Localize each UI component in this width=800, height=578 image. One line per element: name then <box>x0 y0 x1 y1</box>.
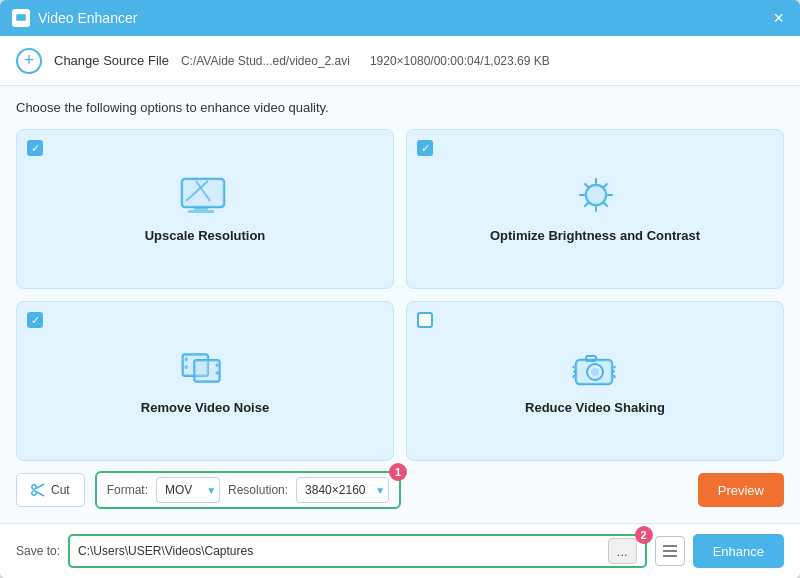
close-button[interactable]: × <box>769 7 788 29</box>
shaking-label: Reduce Video Shaking <box>525 400 665 415</box>
resolution-label: Resolution: <box>228 483 288 497</box>
cut-button[interactable]: Cut <box>16 473 85 507</box>
svg-point-9 <box>586 185 606 205</box>
cut-label: Cut <box>51 483 70 497</box>
svg-rect-3 <box>182 179 224 207</box>
svg-point-29 <box>591 368 599 376</box>
svg-rect-30 <box>586 356 596 361</box>
upscale-label: Upscale Resolution <box>145 228 266 243</box>
checkbox-brightness[interactable] <box>417 140 433 156</box>
checkbox-upscale[interactable] <box>27 140 43 156</box>
noise-label: Remove Video Noise <box>141 400 269 415</box>
instruction-text: Choose the following options to enhance … <box>16 100 784 115</box>
app-icon <box>12 9 30 27</box>
noise-icon <box>177 346 233 392</box>
svg-rect-21 <box>194 360 219 381</box>
window-title: Video Enhancer <box>38 10 137 26</box>
option-card-upscale: Upscale Resolution <box>16 129 394 289</box>
add-source-button[interactable]: + <box>16 48 42 74</box>
brightness-icon <box>567 174 623 220</box>
svg-rect-24 <box>216 363 219 367</box>
resolution-select[interactable]: 3840×2160 1920×1080 1280×720 <box>296 477 389 503</box>
change-source-label[interactable]: Change Source File <box>54 53 169 68</box>
source-file-meta: 1920×1080/00:00:04/1,023.69 KB <box>370 54 550 68</box>
option-card-brightness: Optimize Brightness and Contrast <box>406 129 784 289</box>
save-to-label: Save to: <box>16 544 60 558</box>
browse-button[interactable]: ... <box>608 538 637 564</box>
svg-rect-22 <box>185 357 188 361</box>
source-file-path: C:/AVAide Stud...ed/video_2.avi <box>181 54 350 68</box>
svg-line-14 <box>585 184 588 187</box>
option-card-shaking: Reduce Video Shaking <box>406 301 784 461</box>
svg-point-32 <box>32 491 36 495</box>
option-card-noise: Remove Video Noise <box>16 301 394 461</box>
svg-line-16 <box>604 184 607 187</box>
save-path-text: C:\Users\USER\Videos\Captures <box>78 544 602 558</box>
format-resolution-box: 1 Format: MOV MP4 AVI ▼ Resolution: 3840… <box>95 471 401 509</box>
title-bar-left: Video Enhancer <box>12 9 137 27</box>
title-bar: Video Enhancer × <box>0 0 800 36</box>
svg-point-31 <box>32 485 36 489</box>
format-select[interactable]: MOV MP4 AVI <box>156 477 220 503</box>
svg-rect-7 <box>188 210 214 213</box>
upscale-icon <box>177 174 233 220</box>
resolution-select-wrapper: 3840×2160 1920×1080 1280×720 ▼ <box>296 477 389 503</box>
badge-1: 1 <box>389 463 407 481</box>
svg-rect-6 <box>194 207 208 210</box>
format-select-wrapper: MOV MP4 AVI ▼ <box>156 477 220 503</box>
brightness-label: Optimize Brightness and Contrast <box>490 228 700 243</box>
svg-marker-1 <box>19 21 23 23</box>
svg-line-34 <box>36 492 44 497</box>
save-path-box: 2 C:\Users\USER\Videos\Captures ... <box>68 534 647 568</box>
checkbox-noise[interactable] <box>27 312 43 328</box>
preview-button[interactable]: Preview <box>698 473 784 507</box>
shaking-icon <box>567 346 623 392</box>
toolbar-row: Cut 1 Format: MOV MP4 AVI ▼ Resolution: … <box>16 471 784 513</box>
options-grid: Upscale Resolution <box>16 129 784 461</box>
list-button[interactable] <box>655 536 685 566</box>
svg-line-33 <box>36 484 44 489</box>
save-row: Save to: 2 C:\Users\USER\Videos\Captures… <box>0 523 800 578</box>
app-window: Video Enhancer × + Change Source File C:… <box>0 0 800 578</box>
svg-rect-25 <box>216 370 219 374</box>
scissors-icon <box>31 483 45 497</box>
checkbox-shaking[interactable] <box>417 312 433 328</box>
source-bar: + Change Source File C:/AVAide Stud...ed… <box>0 36 800 86</box>
svg-rect-0 <box>16 14 26 21</box>
svg-line-17 <box>585 203 588 206</box>
list-icon <box>662 544 678 558</box>
badge-2: 2 <box>635 526 653 544</box>
main-content: Choose the following options to enhance … <box>0 86 800 523</box>
enhance-button[interactable]: Enhance <box>693 534 784 568</box>
svg-rect-23 <box>185 365 188 369</box>
svg-line-15 <box>604 203 607 206</box>
format-label: Format: <box>107 483 148 497</box>
